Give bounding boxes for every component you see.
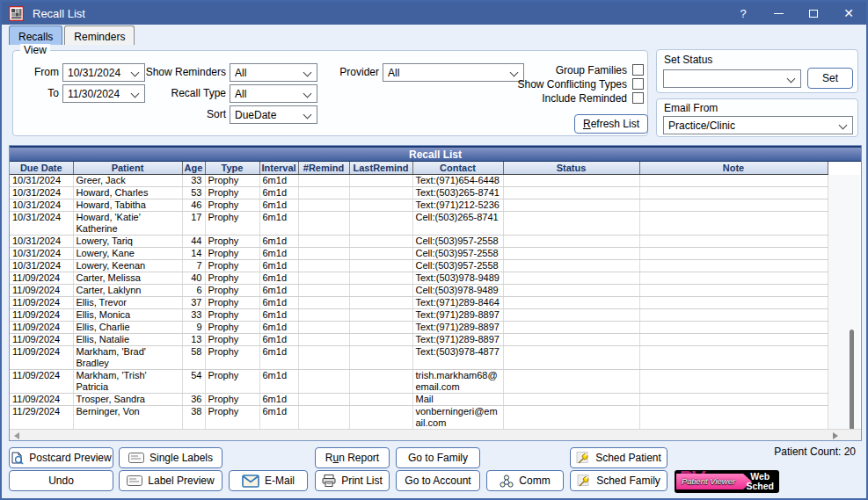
table-row[interactable]: 11/09/2024Markham, 'Trish' Patricia54Pro… — [10, 369, 828, 393]
cell-interval: 6m1d — [259, 211, 298, 235]
table-row[interactable]: 10/31/2024Lowery, Kane14Prophy6m1dCell:(… — [10, 247, 828, 259]
run-report-button[interactable]: Run Report — [315, 447, 390, 468]
postcard-preview-icon — [11, 452, 24, 465]
table-row[interactable]: 10/31/2024Howard, Charles53Prophy6m1dTex… — [10, 186, 828, 199]
email-from-dropdown[interactable]: Practice/Clinic — [663, 116, 853, 134]
cell-remind — [298, 296, 349, 308]
table-row[interactable]: 11/09/2024Carter, Laklynn6Prophy6m1dCell… — [10, 284, 828, 296]
cell-lastremind — [349, 296, 412, 308]
table-row[interactable]: 10/31/2024Greer, Jack33Prophy6m1dText:(9… — [10, 174, 828, 186]
cell-type: Prophy — [205, 393, 259, 405]
include-reminded-checkbox[interactable] — [632, 92, 644, 104]
cell-contact: trish.markham68@email.com — [412, 369, 503, 393]
cell-due: 11/09/2024 — [10, 284, 73, 296]
cell-type: Prophy — [205, 369, 259, 393]
tab-recalls[interactable]: Recalls — [9, 25, 62, 45]
table-row[interactable]: 10/31/2024Howard, Tabitha46Prophy6m1dTex… — [10, 199, 828, 211]
table-header-row: Due Date Patient Age Type Interval #Remi… — [10, 162, 828, 174]
cell-type: Prophy — [205, 345, 259, 369]
cell-type: Prophy — [205, 211, 259, 235]
email-from-groupbox: Email From Practice/Clinic — [656, 98, 858, 137]
group-families-checkbox[interactable] — [632, 64, 644, 76]
horizontal-scrollbar[interactable] — [10, 429, 861, 440]
col-age[interactable]: Age — [182, 162, 205, 174]
cell-lastremind — [349, 321, 412, 333]
cell-status — [503, 321, 639, 333]
cell-remind — [298, 284, 349, 296]
table-row[interactable]: 11/09/2024Ellis, Monica33Prophy6m1dText:… — [10, 308, 828, 321]
cell-due: 11/09/2024 — [10, 393, 73, 405]
show-conflicting-types-checkbox[interactable] — [632, 78, 644, 90]
col-interval[interactable]: Interval — [259, 162, 298, 174]
table-row[interactable]: 10/31/2024Lowery, Tariq44Prophy6m1dCell:… — [10, 235, 828, 247]
sort-dropdown[interactable]: DueDate — [230, 105, 317, 124]
postcard-preview-button[interactable]: Postcard Preview — [9, 447, 113, 468]
cell-patient: Lowery, Tariq — [73, 235, 182, 247]
col-status[interactable]: Status — [503, 162, 639, 174]
col-contact[interactable]: Contact — [412, 162, 503, 174]
pushpin-icon — [577, 475, 591, 488]
cell-status — [503, 333, 639, 345]
col-lastremind[interactable]: LastRemind — [349, 162, 412, 174]
cell-note — [639, 211, 828, 235]
undo-button[interactable]: Undo — [9, 470, 113, 491]
cell-contact: Text:(503)265-8741 — [412, 186, 503, 199]
cell-interval: 6m1d — [259, 321, 298, 333]
maximize-button[interactable] — [796, 2, 831, 25]
col-note[interactable]: Note — [639, 162, 828, 174]
col-remind[interactable]: #Remind — [298, 162, 349, 174]
cell-lastremind — [349, 186, 412, 199]
sched-family-button[interactable]: Sched Family — [570, 470, 667, 491]
table-row[interactable]: 11/09/2024Ellis, Natalie13Prophy6m1dText… — [10, 333, 828, 345]
table-row[interactable]: 11/29/2024Berninger, Von38Prophy6m1dvonb… — [10, 405, 828, 429]
table-row[interactable]: 11/09/2024Trosper, Sandra36Prophy6m1dMai… — [10, 393, 828, 405]
cell-contact: Text:(503)978-4877 — [412, 345, 503, 369]
cell-lastremind — [349, 308, 412, 321]
cell-age: 38 — [182, 405, 205, 429]
recall-table: Due Date Patient Age Type Interval #Remi… — [10, 162, 828, 430]
table-row[interactable]: 10/31/2024Howard, 'Katie' Katherine17Pro… — [10, 211, 828, 235]
go-to-account-button[interactable]: Go to Account — [396, 470, 480, 491]
minimize-button[interactable] — [761, 2, 796, 25]
col-due-date[interactable]: Due Date — [10, 162, 73, 174]
table-row[interactable]: 11/09/2024Carter, Melissa40Prophy6m1dTex… — [10, 272, 828, 284]
help-button[interactable]: ? — [726, 2, 761, 25]
close-button[interactable]: ✕ — [831, 2, 866, 25]
single-labels-button[interactable]: Single Labels — [119, 447, 222, 468]
cell-interval: 6m1d — [259, 186, 298, 199]
cell-age: 37 — [182, 296, 205, 308]
tab-reminders[interactable]: Reminders — [64, 25, 135, 45]
cell-remind — [298, 186, 349, 199]
col-type[interactable]: Type — [205, 162, 259, 174]
col-patient[interactable]: Patient — [73, 162, 182, 174]
set-status-dropdown[interactable] — [663, 69, 801, 88]
patient-viewer-websched-button[interactable]: PV Patient Viewer Web Sched — [675, 470, 779, 493]
provider-label: Provider — [303, 66, 379, 78]
sched-patient-button[interactable]: Sched Patient — [570, 447, 667, 468]
table-row[interactable]: 10/31/2024Lowery, Keenan7Prophy6m1dCell:… — [10, 259, 828, 272]
cell-remind — [298, 199, 349, 211]
cell-due: 11/09/2024 — [10, 333, 73, 345]
cell-age: 33 — [182, 174, 205, 186]
go-to-family-button[interactable]: Go to Family — [396, 447, 480, 468]
cell-age: 46 — [182, 199, 205, 211]
recall-type-dropdown[interactable]: All — [230, 84, 317, 103]
cell-status — [503, 405, 639, 429]
scroll-right-icon[interactable] — [833, 432, 838, 439]
cell-due: 11/09/2024 — [10, 272, 73, 284]
recall-type-value: All — [235, 88, 246, 100]
cell-type: Prophy — [205, 308, 259, 321]
scroll-left-icon[interactable] — [14, 432, 19, 439]
email-button[interactable]: E-Mail — [229, 470, 308, 491]
cell-patient: Trosper, Sandra — [73, 393, 182, 405]
cell-patient: Carter, Melissa — [73, 272, 182, 284]
refresh-list-button[interactable]: Refresh List — [574, 114, 648, 134]
table-row[interactable]: 11/09/2024Ellis, Trevor37Prophy6m1dText:… — [10, 296, 828, 308]
label-preview-button[interactable]: Label Preview — [119, 470, 222, 491]
print-list-button[interactable]: Print List — [315, 470, 390, 491]
set-button[interactable]: Set — [807, 68, 853, 89]
table-row[interactable]: 11/09/2024Markham, 'Brad' Bradley58Proph… — [10, 345, 828, 369]
table-row[interactable]: 11/09/2024Ellis, Charlie9Prophy6m1dText:… — [10, 321, 828, 333]
comm-button[interactable]: Comm — [486, 470, 564, 491]
vertical-scrollbar[interactable] — [850, 330, 854, 441]
